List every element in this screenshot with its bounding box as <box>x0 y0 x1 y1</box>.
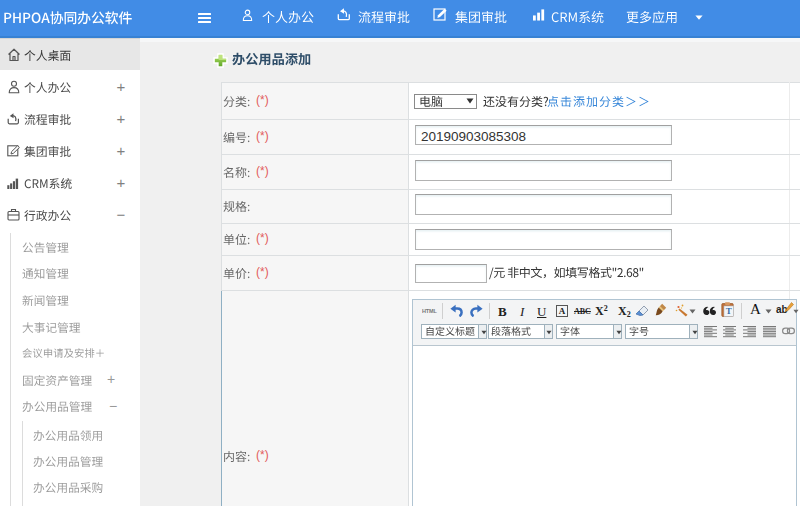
svg-text:T: T <box>726 306 732 316</box>
